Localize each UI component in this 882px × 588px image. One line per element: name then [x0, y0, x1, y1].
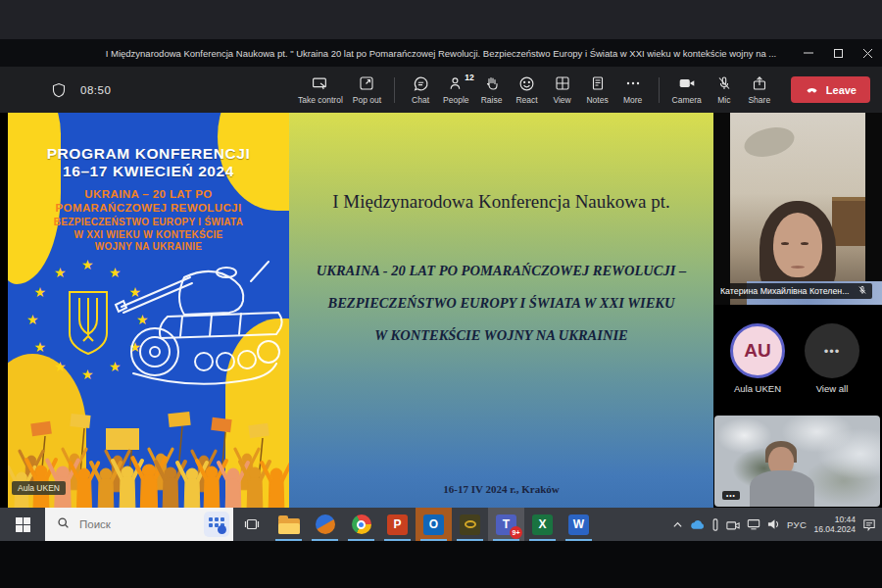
teams-glyph: T	[503, 517, 510, 531]
chat-button[interactable]: Chat	[403, 74, 438, 105]
maximize-button[interactable]	[823, 39, 853, 67]
participants-sidebar: Катерина Михайлівна Котелен... AU ••• Au…	[713, 113, 882, 508]
background-shelf	[832, 197, 865, 246]
action-center-icon[interactable]	[862, 518, 876, 531]
view-all-button[interactable]: •••	[805, 323, 859, 378]
meeting-stage: PROGRAM KONFERENCJI 16–17 KWIECIEŃ 2024 …	[0, 113, 882, 508]
teams-notification-badge: 9+	[510, 526, 522, 539]
participant-name: Катерина Михайлівна Котелен...	[720, 286, 853, 296]
slide-subtitle-line1: UKRAINA - 20 LAT PO POMARAŃCZOWEJ REWOLU…	[289, 255, 713, 287]
app-file-explorer[interactable]	[270, 508, 307, 541]
presenter-name-chip: Aula UKEN	[12, 481, 66, 495]
window-title: I Międzynarodowa Konferencja Naukowa pt.…	[0, 48, 794, 59]
participant-mouth	[791, 266, 805, 269]
leave-label: Leave	[826, 84, 857, 96]
app-powerpoint[interactable]: P	[379, 508, 416, 541]
share-button[interactable]: Share	[742, 74, 777, 105]
notes-button[interactable]: Notes	[580, 74, 615, 105]
system-tray: РУС 10:44 16.04.2024	[672, 508, 882, 541]
minimize-button[interactable]	[794, 39, 823, 67]
slide-heading: I Międzynarodowa Konferencja Naukowa pt.	[289, 191, 713, 213]
tray-date: 16.04.2024	[813, 524, 856, 534]
app-outlook-active[interactable]: O	[416, 508, 452, 541]
start-button[interactable]	[0, 508, 45, 541]
camera-label: Camera	[672, 95, 702, 105]
share-label: Share	[748, 95, 770, 105]
screen: I Międzynarodowa Konferencja Naukowa pt.…	[0, 0, 882, 588]
view-label: View	[553, 95, 570, 105]
network-display-icon[interactable]	[747, 518, 760, 530]
pop-out-label: Pop out	[353, 95, 381, 105]
search-input[interactable]	[77, 517, 175, 531]
taskbar-clock[interactable]: 10:44 16.04.2024	[813, 514, 856, 534]
app-browser-circle[interactable]	[307, 508, 343, 541]
take-control-label: Take control	[298, 95, 343, 105]
ceiling-stain	[741, 122, 797, 162]
eu-star-icon: ★	[34, 340, 47, 354]
shield-icon	[51, 81, 67, 99]
hang-up-icon	[805, 81, 819, 98]
app-chrome[interactable]	[343, 508, 379, 541]
avatar-label: Aula UKEN	[723, 383, 792, 394]
take-control-icon	[312, 74, 328, 92]
app-teams[interactable]: T 9+	[488, 508, 524, 541]
take-control-button[interactable]: Take control	[293, 74, 348, 105]
usb-device-icon[interactable]	[711, 518, 719, 531]
speaker-icon[interactable]	[767, 518, 780, 530]
video-options-button[interactable]: •••	[722, 491, 740, 500]
mic-button[interactable]: Mic	[707, 74, 742, 105]
react-icon	[518, 74, 535, 92]
outlook-icon: O	[423, 514, 444, 535]
taskbar-search[interactable]	[45, 508, 233, 541]
participant-video-secondary[interactable]: •••	[714, 416, 880, 507]
chat-icon	[413, 74, 429, 92]
task-view-button[interactable]	[233, 508, 270, 541]
ukraine-trident-icon	[67, 290, 110, 357]
react-label: React	[515, 95, 537, 105]
more-icon	[625, 74, 641, 92]
window-controls	[794, 39, 882, 67]
excel-icon: X	[532, 514, 553, 535]
tank-line-art	[114, 256, 289, 391]
app-word[interactable]: W	[561, 508, 597, 541]
language-indicator[interactable]: РУС	[787, 519, 808, 530]
camera-device-icon[interactable]	[726, 519, 740, 530]
mic-muted-icon	[716, 74, 732, 92]
more-button[interactable]: More	[615, 74, 651, 105]
search-highlights-icon[interactable]	[204, 512, 229, 537]
participant-video-featured[interactable]: Катерина Михайлівна Котелен...	[713, 113, 882, 305]
slide-subtitle-line3: W KONTEKŚCIE WOJNY NA UKRAINIE	[289, 319, 713, 352]
eu-star-icon: ★	[26, 313, 39, 326]
pop-out-button[interactable]: Pop out	[348, 74, 386, 105]
close-button[interactable]	[853, 39, 882, 67]
browser-app-icon	[316, 514, 335, 534]
avatar-initials: AU	[744, 340, 770, 362]
shared-slide-poster: PROGRAM KONFERENCJI 16–17 KWIECIEŃ 2024 …	[8, 113, 289, 508]
tray-expand-chevron-icon[interactable]	[672, 519, 683, 530]
search-icon	[57, 515, 70, 533]
mic-off-icon	[858, 285, 867, 297]
pop-out-icon	[359, 74, 374, 92]
participant-avatar-aula-uken[interactable]: AU	[730, 323, 785, 378]
view-button[interactable]: View	[545, 74, 580, 105]
react-button[interactable]: React	[510, 74, 545, 105]
camera-button[interactable]: Camera	[667, 74, 707, 105]
people-icon: 12	[448, 74, 465, 92]
participant-eye	[801, 242, 808, 245]
shared-slide-title-panel: I Międzynarodowa Konferencja Naukowa pt.…	[289, 113, 713, 508]
teams-icon: T 9+	[496, 514, 516, 535]
slide-footer: 16-17 IV 2024 r., Kraków	[289, 483, 713, 495]
mic-label: Mic	[717, 95, 730, 105]
letterbox-top	[0, 0, 882, 39]
eu-star-icon: ★	[34, 285, 47, 299]
view-icon	[555, 74, 570, 92]
leave-button[interactable]: Leave	[791, 76, 870, 103]
raise-hand-button[interactable]: Raise	[474, 74, 510, 105]
onedrive-cloud-icon[interactable]	[690, 519, 705, 530]
app-video-tool[interactable]	[452, 508, 488, 541]
video-feed	[730, 113, 865, 305]
eu-star-icon: ★	[81, 258, 94, 271]
slide-subtitle: UKRAINA - 20 LAT PO POMARAŃCZOWEJ REWOLU…	[289, 255, 713, 352]
app-excel[interactable]: X	[524, 508, 561, 541]
people-button[interactable]: 12 People	[438, 74, 473, 105]
